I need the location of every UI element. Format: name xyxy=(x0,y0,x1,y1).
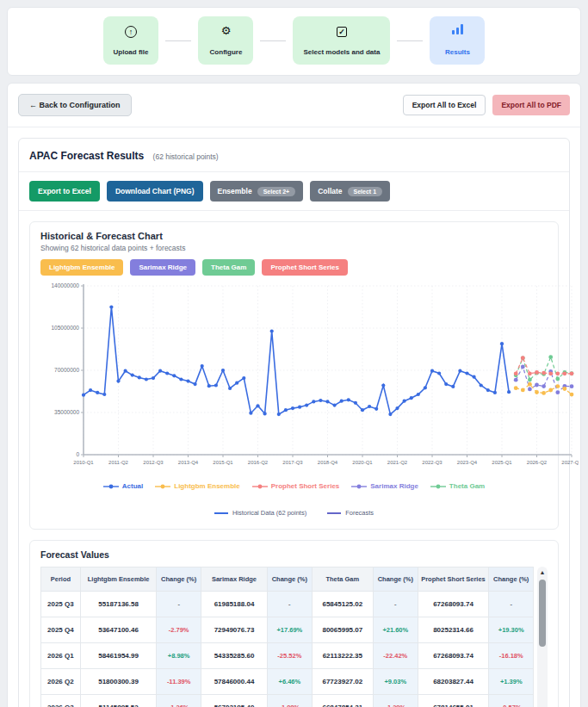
ensemble-button[interactable]: Ensemble Select 2+ xyxy=(210,181,304,202)
value-cell: 57846000.44 xyxy=(201,669,267,695)
value-cell: 51145895.52 xyxy=(80,695,157,707)
legend-item[interactable]: Lightgbm Ensemble xyxy=(155,482,239,490)
chart-legend: ActualLightgbm EnsembleProphet Short Ser… xyxy=(40,482,548,490)
legend-item[interactable]: Actual xyxy=(103,482,143,490)
model-chip[interactable]: Theta Gam xyxy=(202,259,255,276)
chart-subtitle: Showing 62 historical data points + fore… xyxy=(40,244,548,252)
change-cell: -16.18% xyxy=(489,643,534,669)
column-header: Change (%) xyxy=(157,567,201,592)
export-all-pdf-button[interactable]: Export All to PDF xyxy=(492,95,570,115)
svg-text:35000000: 35000000 xyxy=(54,409,79,415)
svg-text:2018-Q4: 2018-Q4 xyxy=(318,460,338,465)
model-chip[interactable]: Prophet Short Series xyxy=(262,259,348,276)
chart-title: Historical & Forecast Chart xyxy=(40,231,548,241)
change-cell: +17.69% xyxy=(268,617,312,643)
export-all-excel-button[interactable]: Export All to Excel xyxy=(403,95,486,115)
value-cell: 51800300.39 xyxy=(80,669,157,695)
table-scrollbar[interactable]: ▲ ▼ xyxy=(537,567,548,707)
step-connector xyxy=(165,40,191,41)
svg-text:0: 0 xyxy=(76,451,79,457)
download-chart-button[interactable]: Download Chart (PNG) xyxy=(107,181,203,202)
main-panel: ← Back to Configuration Export All to Ex… xyxy=(7,83,581,707)
model-chip[interactable]: Lightgbm Ensemble xyxy=(40,259,123,276)
checkbox-icon: ✓ xyxy=(337,27,347,37)
value-cell: 67268093.74 xyxy=(418,643,489,669)
value-cell: 65845125.02 xyxy=(312,592,374,617)
svg-text:105000000: 105000000 xyxy=(51,325,79,331)
legend-item[interactable]: Sarimax Ridge xyxy=(351,482,418,490)
chart-svg: 035000000700000001050000001400000002010-… xyxy=(40,279,579,474)
step-connector xyxy=(397,40,423,41)
export-to-excel-button[interactable]: Export to Excel xyxy=(29,181,100,202)
period-cell: 2025 Q4 xyxy=(41,617,81,643)
legend-item[interactable]: Forecasts xyxy=(327,509,374,517)
legend-line-icon xyxy=(214,512,228,514)
column-header: Change (%) xyxy=(489,567,534,592)
value-cell: 67723927.02 xyxy=(312,669,374,695)
collate-button[interactable]: Collate Select 1 xyxy=(310,181,390,202)
column-header: Change (%) xyxy=(268,567,312,592)
table-row: 2026 Q158461954.99+8.98%54335285.60-25.5… xyxy=(41,643,534,669)
table-row: 2026 Q251800300.39-11.39%57846000.44+6.4… xyxy=(41,669,534,695)
step-label: Upload file xyxy=(114,48,149,56)
change-cell: -2.79% xyxy=(157,617,201,643)
legend-marker-icon xyxy=(103,483,119,490)
scrollbar-thumb[interactable] xyxy=(539,580,546,647)
svg-text:2025-Q1: 2025-Q1 xyxy=(492,460,512,465)
column-header: Lightgbm Ensemble xyxy=(80,567,157,592)
change-cell: - xyxy=(268,592,312,617)
svg-text:2012-Q3: 2012-Q3 xyxy=(143,460,164,465)
svg-text:2022-Q3: 2022-Q3 xyxy=(422,460,443,465)
back-to-configuration-button[interactable]: ← Back to Configuration xyxy=(18,94,132,116)
step-results[interactable]: Results xyxy=(430,16,485,65)
forecast-values-table: PeriodLightgbm EnsembleChange (%)Sarimax… xyxy=(40,567,534,707)
change-cell: +21.60% xyxy=(374,617,418,643)
column-header: Sarimax Ridge xyxy=(201,567,267,592)
step-label: Results xyxy=(445,48,470,56)
value-cell: 61985188.04 xyxy=(201,592,267,617)
step-configure[interactable]: ⚙ Configure xyxy=(198,16,253,65)
page-subtitle: (62 historical points) xyxy=(153,152,219,161)
svg-text:2013-Q4: 2013-Q4 xyxy=(178,460,199,465)
value-cell: 66847854.31 xyxy=(312,695,374,707)
change-cell: -22.42% xyxy=(374,643,418,669)
svg-text:2026-Q2: 2026-Q2 xyxy=(527,460,548,465)
value-cell: 54335285.60 xyxy=(201,643,267,669)
legend-line-icon xyxy=(327,512,341,514)
page-title: APAC Forecast Results xyxy=(29,150,144,162)
value-cell: 67814655.01 xyxy=(418,695,489,707)
ensemble-badge: Select 2+ xyxy=(257,187,296,196)
forecast-chart: 035000000700000001050000001400000002010-… xyxy=(40,279,548,477)
results-header: APAC Forecast Results (62 historical poi… xyxy=(19,139,569,172)
period-cell: 2025 Q3 xyxy=(41,592,81,617)
step-upload-file[interactable]: ↑ Upload file xyxy=(103,16,159,65)
step-label: Select models and data xyxy=(303,48,380,56)
table-row: 2025 Q453647100.46-2.79%72949076.73+17.6… xyxy=(41,617,534,643)
change-cell: -1.98% xyxy=(268,695,312,707)
column-header: Theta Gam xyxy=(312,567,374,592)
step-select-models[interactable]: ✓ Select models and data xyxy=(293,16,390,65)
value-cell: 53647100.46 xyxy=(80,617,157,643)
change-cell: -1.29% xyxy=(374,695,418,707)
svg-text:2021-Q2: 2021-Q2 xyxy=(387,460,408,465)
change-cell: -0.57% xyxy=(489,695,534,707)
legend-item[interactable]: Historical Data (62 points) xyxy=(214,509,306,517)
change-cell: +6.46% xyxy=(268,669,312,695)
actions-row: Export to Excel Download Chart (PNG) Ens… xyxy=(19,172,569,211)
stepper: ↑ Upload file ⚙ Configure ✓ Select model… xyxy=(7,7,581,76)
change-cell: - xyxy=(489,592,534,617)
legend-marker-icon xyxy=(155,483,170,490)
legend-item[interactable]: Prophet Short Series xyxy=(252,482,340,490)
model-chip[interactable]: Sarimax Ridge xyxy=(130,259,195,276)
value-cell: 56703195.40 xyxy=(201,695,267,707)
table-title: Forecast Values xyxy=(40,549,548,560)
collate-badge: Select 1 xyxy=(348,187,382,196)
legend-item[interactable]: Theta Gam xyxy=(430,482,485,490)
change-cell: -25.52% xyxy=(268,643,312,669)
svg-text:140000000: 140000000 xyxy=(51,282,79,288)
scroll-up-icon[interactable]: ▲ xyxy=(540,567,546,579)
change-cell: - xyxy=(374,592,418,617)
svg-text:2016-Q2: 2016-Q2 xyxy=(248,460,269,465)
svg-text:2017-Q3: 2017-Q3 xyxy=(282,460,303,465)
value-cell: 80252314.66 xyxy=(418,617,489,643)
